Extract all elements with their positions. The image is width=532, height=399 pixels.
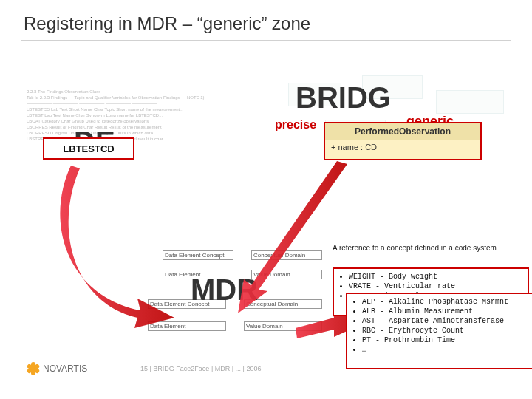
precise-label: precise bbox=[275, 118, 316, 132]
mdr-label: MDR bbox=[191, 273, 258, 307]
bridg-class-box: PerformedObservation + name : CD bbox=[324, 122, 482, 160]
reference-text: A reference to a concept defined in a co… bbox=[332, 244, 517, 252]
bridg-label: BRIDG bbox=[296, 81, 391, 115]
code-item: WEIGHT - Body weight bbox=[349, 272, 523, 282]
bridg-box-header: PerformedObservation bbox=[325, 123, 480, 140]
brand-text: NOVARTIS bbox=[43, 364, 87, 374]
mdr-box: Data Element bbox=[148, 321, 226, 331]
mdr-box: Value Domain bbox=[244, 321, 322, 331]
slide-title: Registering in MDR – “generic” zone bbox=[24, 13, 310, 34]
de-block: DE LBTESTCD bbox=[44, 96, 222, 200]
footer-meta: 15 | BRIDG Face2Face | MDR | ... | 2006 bbox=[140, 365, 261, 372]
slide: { "title": "Registering in MDR – \u201cg… bbox=[0, 0, 532, 399]
mdr-box: Conceptual Domain bbox=[251, 250, 322, 260]
title-rule bbox=[21, 40, 511, 41]
code-item: ALP - Alkaline Phosphatase Msrmnt bbox=[362, 297, 532, 307]
code-item: RBC - Erythrocyte Count bbox=[362, 326, 532, 335]
mdr-box: Data Element Concept bbox=[163, 250, 233, 260]
code-item: … bbox=[362, 345, 532, 355]
code-item: ALB - Albumin Measurement bbox=[362, 307, 532, 316]
novartis-logo: NOVARTIS bbox=[27, 362, 87, 375]
novartis-icon bbox=[27, 362, 40, 375]
bridg-box-body: + name : CD bbox=[325, 140, 480, 154]
code-item: VRATE - Ventricular rate bbox=[349, 282, 523, 291]
de-lbtestcd-box: LBTESTCD bbox=[43, 137, 134, 160]
code-item: AST - Aspartate Aminotransferase bbox=[362, 316, 532, 326]
code-item: PT - Prothrombin Time bbox=[362, 335, 532, 345]
mdr-box: Value Domain bbox=[251, 270, 322, 279]
codelist-2: ALP - Alkaline Phosphatase Msrmnt ALB - … bbox=[346, 293, 532, 369]
